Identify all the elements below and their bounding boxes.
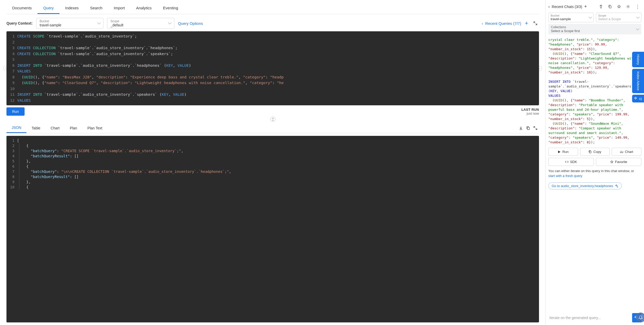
chat-input[interactable]: [548, 313, 630, 322]
tab-query[interactable]: Query: [38, 3, 59, 14]
main-nav-tabs: Documents Query Indexes Search Import An…: [6, 3, 539, 14]
scope-select-label: Scope: [110, 19, 123, 23]
result-tab-json[interactable]: JSON: [6, 123, 26, 133]
bucket-select[interactable]: Bucket travel-sample: [36, 18, 103, 29]
chat-sidebar: ‹ Recent Chats (3/3) + ⋮ Buckettravel-sa…: [546, 0, 644, 325]
result-code: [ { "batchQuery": "CREATE SCOPE `travel-…: [17, 136, 539, 322]
expand-icon[interactable]: [532, 124, 539, 132]
chat-favorite-button[interactable]: Favorite: [596, 158, 641, 166]
editor-code[interactable]: CREATE SCOPE `travel-sample`.`audio_stor…: [17, 31, 539, 105]
scope-select[interactable]: Scope _default: [107, 18, 174, 29]
chevron-left-icon: ‹: [482, 21, 483, 26]
chevron-down-icon: [169, 21, 171, 25]
tab-documents[interactable]: Documents: [6, 3, 38, 14]
chevron-down-icon: [589, 16, 591, 20]
tab-search[interactable]: Search: [84, 3, 108, 14]
gear-icon[interactable]: [625, 3, 632, 10]
sidebar-collections-select[interactable]: CollectionsSelect a Scope first: [548, 24, 641, 34]
chat-run-button[interactable]: Run: [548, 148, 578, 156]
tab-analytics[interactable]: Analytics: [130, 3, 157, 14]
recent-chats-title[interactable]: Recent Chats (3/3): [552, 5, 582, 9]
chevron-down-icon: [636, 27, 639, 31]
editor-gutter: 123456789101112: [6, 31, 17, 105]
splitter-handle[interactable]: [270, 117, 275, 122]
result-tab-plan[interactable]: Plan: [65, 123, 82, 133]
query-context-label: Query Context:: [6, 21, 33, 25]
svg-point-2: [627, 6, 628, 7]
result-tab-plan-text[interactable]: Plan Text: [82, 123, 107, 133]
back-icon[interactable]: ‹: [548, 4, 550, 9]
svg-rect-0: [527, 127, 529, 130]
copy-icon[interactable]: [525, 124, 532, 132]
sidebar-bucket-select[interactable]: Buckettravel-sample: [548, 13, 594, 22]
add-chat-button[interactable]: +: [584, 4, 587, 9]
rail-iq[interactable]: iQ: [632, 95, 644, 102]
svg-rect-3: [589, 151, 591, 153]
more-icon[interactable]: ⋮: [634, 4, 641, 10]
chat-chart-button[interactable]: Chart: [612, 148, 641, 156]
tab-eventing[interactable]: Eventing: [157, 3, 184, 14]
tab-import[interactable]: Import: [108, 3, 131, 14]
add-query-button[interactable]: +: [525, 20, 528, 27]
chat-note: You can either iterate on this query in …: [548, 168, 641, 178]
result-viewer[interactable]: 12345678910 [ { "batchQuery": "CREATE SC…: [6, 136, 539, 322]
download-icon[interactable]: [517, 124, 525, 132]
bucket-select-label: Bucket: [40, 19, 61, 23]
rail-index-advice[interactable]: Index Advice: [632, 69, 644, 93]
scope-select-value: _default: [110, 23, 123, 27]
chat-copy-button[interactable]: Copy: [580, 148, 610, 156]
result-tab-chart[interactable]: Chart: [46, 123, 65, 133]
sidebar-scope-select[interactable]: ScopeSelect a Scope: [596, 13, 641, 22]
notification-bell-icon[interactable]: [636, 313, 644, 322]
chevron-down-icon: [98, 21, 100, 25]
copy-icon[interactable]: [606, 3, 613, 10]
svg-rect-1: [609, 6, 611, 8]
query-options-link[interactable]: Query Options: [178, 21, 203, 26]
goto-collection-pill[interactable]: Go to audio_store_inventory.headphones: [548, 182, 622, 189]
expand-icon[interactable]: [532, 20, 539, 27]
run-button[interactable]: Run: [6, 107, 25, 116]
result-tab-table[interactable]: Table: [26, 123, 45, 133]
right-rail: History Index Advice iQ: [632, 52, 644, 102]
chevron-down-icon: [637, 16, 639, 20]
trash-icon[interactable]: [597, 3, 604, 10]
chat-sdk-button[interactable]: SDK: [548, 158, 594, 166]
star-icon[interactable]: [616, 3, 623, 10]
tab-indexes[interactable]: Indexes: [59, 3, 85, 14]
recent-queries-link[interactable]: ‹ Recent Queries (7/7): [482, 21, 521, 26]
fresh-query-link[interactable]: start with a fresh query: [548, 174, 582, 178]
query-editor[interactable]: 123456789101112 CREATE SCOPE `travel-sam…: [6, 31, 539, 105]
result-tabs: JSON Table Chart Plan Plan Text: [6, 123, 539, 133]
result-gutter: 12345678910: [6, 136, 17, 322]
rail-history[interactable]: History: [632, 52, 644, 67]
bucket-select-value: travel-sample: [40, 23, 61, 27]
chat-code-block: crystal clear treble.", "category": "hea…: [548, 36, 641, 146]
last-run-indicator: LAST RUN just now: [521, 108, 539, 115]
